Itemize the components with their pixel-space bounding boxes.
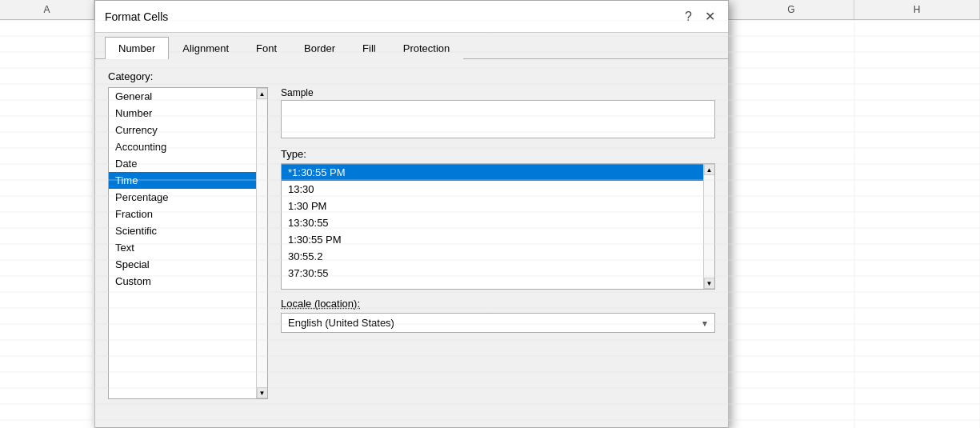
category-scientific[interactable]: Scientific bbox=[109, 222, 267, 239]
scrollbar-down-btn[interactable]: ▼ bbox=[257, 387, 268, 398]
category-currency[interactable]: Currency bbox=[109, 122, 267, 138]
type-scrollbar-track[interactable] bbox=[704, 175, 714, 278]
category-list[interactable]: General Number Currency Accounting Date … bbox=[108, 87, 268, 399]
main-area: General Number Currency Accounting Date … bbox=[108, 87, 715, 399]
dialog-title: Format Cells bbox=[105, 10, 168, 23]
dialog-tabs: Number Alignment Font Border Fill Protec… bbox=[95, 33, 728, 59]
sample-label: Sample bbox=[281, 87, 715, 98]
type-item-3[interactable]: 13:30:55 bbox=[282, 214, 714, 231]
scrollbar-track[interactable] bbox=[257, 99, 267, 387]
dialog-title-bar: Format Cells ? ✕ bbox=[95, 1, 728, 33]
category-scrollbar[interactable]: ▲ ▼ bbox=[256, 88, 267, 398]
category-custom[interactable]: Custom bbox=[109, 273, 267, 290]
category-percentage[interactable]: Percentage bbox=[109, 189, 267, 206]
category-accounting[interactable]: Accounting bbox=[109, 138, 267, 155]
format-cells-dialog: Format Cells ? ✕ Number Alignment Font B… bbox=[94, 0, 729, 428]
tab-protection[interactable]: Protection bbox=[390, 37, 464, 59]
category-general[interactable]: General bbox=[109, 88, 267, 105]
category-fraction[interactable]: Fraction bbox=[109, 206, 267, 222]
type-scrollbar-up[interactable]: ▲ bbox=[704, 164, 715, 175]
col-header-h: H bbox=[854, 0, 980, 19]
type-item-6[interactable]: 37:30:55 bbox=[282, 265, 714, 282]
tab-alignment[interactable]: Alignment bbox=[169, 37, 242, 59]
category-text[interactable]: Text bbox=[109, 239, 267, 256]
type-item-4[interactable]: 1:30:55 PM bbox=[282, 231, 714, 248]
scrollbar-up-btn[interactable]: ▲ bbox=[257, 88, 268, 99]
sample-box bbox=[281, 100, 715, 138]
tab-font[interactable]: Font bbox=[242, 37, 290, 59]
col-header-g: G bbox=[729, 0, 854, 19]
help-button[interactable]: ? bbox=[682, 10, 695, 23]
type-list-wrapper: *1:30:55 PM 13:30 1:30 PM 13:30:55 1:30:… bbox=[281, 163, 715, 290]
locale-select[interactable]: English (United States) English (United … bbox=[281, 313, 715, 333]
type-item-2[interactable]: 1:30 PM bbox=[282, 198, 714, 214]
close-button[interactable]: ✕ bbox=[702, 10, 718, 23]
right-panel: Sample Type: *1:30:55 PM 13:30 1:30 PM 1… bbox=[281, 87, 715, 399]
category-label: Category: bbox=[108, 70, 715, 82]
locale-label: Locale (location): bbox=[281, 298, 715, 310]
type-scrollbar-down[interactable]: ▼ bbox=[704, 278, 715, 289]
dialog-content: Category: General Number Currency Accoun… bbox=[95, 59, 728, 410]
type-item-1[interactable]: 13:30 bbox=[282, 181, 714, 198]
col-header-a: A bbox=[0, 0, 94, 19]
category-number[interactable]: Number bbox=[109, 105, 267, 122]
tab-border[interactable]: Border bbox=[290, 37, 349, 59]
type-scrollbar[interactable]: ▲ ▼ bbox=[703, 164, 714, 289]
category-time[interactable]: Time bbox=[109, 172, 267, 189]
tab-fill[interactable]: Fill bbox=[349, 37, 390, 59]
title-bar-controls: ? ✕ bbox=[682, 10, 718, 23]
tab-number[interactable]: Number bbox=[105, 37, 169, 59]
category-list-wrapper: General Number Currency Accounting Date … bbox=[108, 87, 268, 399]
category-date[interactable]: Date bbox=[109, 155, 267, 172]
locale-wrapper: English (United States) English (United … bbox=[281, 313, 715, 333]
type-label: Type: bbox=[281, 148, 715, 160]
type-item-0[interactable]: *1:30:55 PM bbox=[282, 164, 714, 181]
type-item-5[interactable]: 30:55.2 bbox=[282, 248, 714, 265]
type-list[interactable]: *1:30:55 PM 13:30 1:30 PM 13:30:55 1:30:… bbox=[282, 164, 714, 289]
category-special[interactable]: Special bbox=[109, 256, 267, 273]
